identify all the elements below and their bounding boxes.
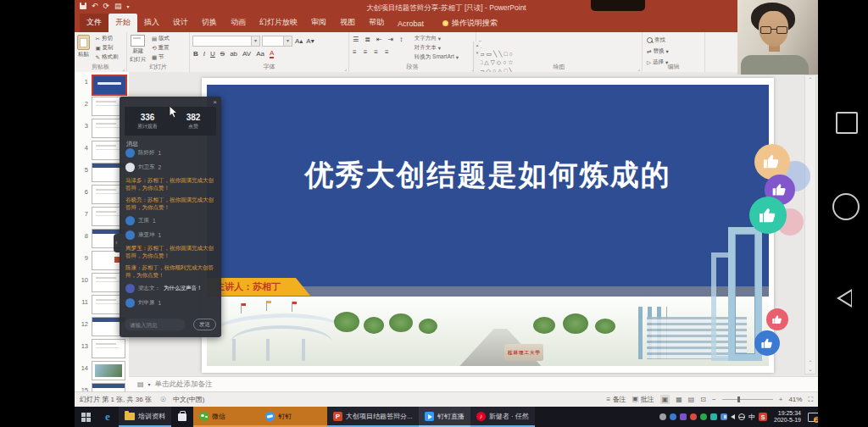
reading-view-button[interactable]: ▤ bbox=[688, 396, 695, 403]
bullets-button[interactable]: ☰ bbox=[353, 36, 359, 43]
recents-button[interactable] bbox=[836, 112, 858, 134]
underline-button[interactable]: U bbox=[210, 50, 215, 58]
edge-button[interactable]: e bbox=[97, 407, 119, 427]
shrink-font-icon[interactable]: A▾ bbox=[306, 37, 314, 45]
cut-button[interactable]: ✂剪切 bbox=[95, 35, 118, 42]
previous-slide-button[interactable]: ⌃ bbox=[808, 360, 812, 365]
tab-design[interactable]: 设计 bbox=[166, 14, 195, 32]
panel-collapse-tab[interactable]: ‹ bbox=[114, 234, 120, 252]
line-spacing-button[interactable]: ↕ bbox=[399, 36, 403, 43]
italic-button[interactable]: I bbox=[203, 50, 205, 58]
slide-page[interactable]: 优秀大创结题是如何炼成的 主讲人：苏相丁 bbox=[202, 78, 774, 373]
start-button[interactable] bbox=[75, 407, 97, 427]
save-icon[interactable] bbox=[80, 3, 86, 9]
align-right-button[interactable]: ≡ bbox=[374, 48, 378, 56]
font-dialog-launcher[interactable]: ⌟ bbox=[344, 65, 347, 71]
font-color-button[interactable]: A bbox=[270, 49, 274, 58]
clipboard-dialog-launcher[interactable]: ⌟ bbox=[122, 65, 125, 71]
thumbnail-row[interactable]: 15 bbox=[75, 380, 129, 391]
tab-help[interactable]: 帮助 bbox=[362, 14, 391, 32]
smartart-button[interactable]: 转换为 SmartArt▾ bbox=[415, 53, 459, 61]
tab-transitions[interactable]: 切换 bbox=[195, 14, 224, 32]
strikethrough-button[interactable]: S bbox=[220, 50, 225, 58]
sogou-input-icon[interactable]: S bbox=[759, 413, 767, 421]
format-painter-button[interactable]: ✎格式刷 bbox=[95, 53, 118, 61]
thumbnail-row[interactable]: 1 bbox=[75, 72, 129, 94]
change-case-button[interactable]: Aa bbox=[256, 50, 264, 58]
taskbar-item-wechat[interactable]: 微信 bbox=[193, 407, 259, 427]
slide-scrollbar[interactable]: ⌃ ⌃⌄ bbox=[804, 75, 816, 374]
tray-wechat-icon[interactable] bbox=[700, 413, 707, 420]
store-button[interactable] bbox=[171, 407, 193, 427]
notes-toggle-button[interactable]: ≡ 备注 bbox=[607, 395, 626, 404]
zoom-out-button[interactable]: − bbox=[712, 396, 716, 403]
new-slide-button[interactable]: 新建 幻灯片 bbox=[130, 35, 147, 64]
taskbar-item-dingtalk-live[interactable]: 钉钉直播 bbox=[419, 407, 470, 427]
align-center-button[interactable]: ≡ bbox=[364, 48, 368, 56]
taskbar-item-dingtalk[interactable]: 钉钉 bbox=[259, 407, 327, 427]
decrease-indent-button[interactable]: ⇤ bbox=[376, 36, 382, 43]
section-button[interactable]: ▦节 bbox=[152, 53, 170, 61]
notes-dropdown-icon[interactable]: ▾ bbox=[148, 381, 151, 387]
numbering-button[interactable]: ≣ bbox=[364, 36, 370, 43]
tab-slideshow[interactable]: 幻灯片放映 bbox=[253, 14, 304, 32]
tab-insert[interactable]: 插入 bbox=[137, 14, 166, 32]
ime-indicator[interactable]: 中 bbox=[748, 413, 755, 422]
language-indicator[interactable]: 中文(中国) bbox=[173, 395, 204, 404]
tab-acrobat[interactable]: Acrobat bbox=[391, 16, 431, 32]
thumbnail-slide-15[interactable] bbox=[92, 383, 125, 391]
thumbnail-row[interactable]: 14 bbox=[75, 358, 129, 380]
font-size-select[interactable]: ▾ bbox=[262, 36, 292, 47]
home-button[interactable] bbox=[832, 193, 860, 220]
thumbnail-slide-1[interactable] bbox=[92, 75, 127, 96]
font-family-select[interactable]: ▾ bbox=[192, 36, 260, 47]
notes-bar[interactable]: ▤ ▾ 单击此处添加备注 bbox=[129, 376, 818, 391]
align-left-button[interactable]: ≡ bbox=[353, 48, 357, 56]
align-text-button[interactable]: 对齐文本▾ bbox=[415, 44, 459, 52]
tray-app-icon-teal[interactable] bbox=[710, 413, 717, 420]
thumbnail-slide-14[interactable] bbox=[92, 361, 125, 380]
zoom-level[interactable]: 41% bbox=[788, 396, 802, 403]
text-shadow-button[interactable]: ab bbox=[230, 50, 237, 58]
increase-indent-button[interactable]: ⇥ bbox=[388, 36, 394, 43]
slideshow-icon[interactable]: ▤ bbox=[114, 2, 122, 10]
tab-review[interactable]: 审阅 bbox=[304, 14, 333, 32]
tab-animations[interactable]: 动画 bbox=[224, 14, 253, 32]
next-slide-button[interactable]: ⌄ bbox=[808, 367, 812, 372]
grow-font-icon[interactable]: A▴ bbox=[295, 37, 303, 45]
fit-slide-button[interactable]: ⛶ bbox=[808, 396, 813, 404]
tray-user-icon[interactable] bbox=[659, 413, 666, 420]
paste-button[interactable]: 粘贴 bbox=[77, 35, 90, 58]
find-button[interactable]: 查找 bbox=[647, 36, 669, 44]
taskbar-clock[interactable]: 19:25:34 2020-5-19 bbox=[771, 410, 804, 424]
back-button[interactable] bbox=[837, 289, 852, 308]
send-button[interactable]: 发送 bbox=[193, 319, 216, 330]
chat-input[interactable] bbox=[125, 319, 186, 330]
zoom-slider-thumb[interactable] bbox=[737, 396, 740, 402]
layout-button[interactable]: ▤版式 bbox=[152, 35, 170, 42]
tray-shield-icon[interactable] bbox=[680, 413, 687, 420]
justify-button[interactable]: ≡ bbox=[385, 48, 389, 56]
tray-netease-icon[interactable] bbox=[690, 413, 697, 420]
slideshow-view-button[interactable]: ⊡ bbox=[700, 396, 706, 403]
slide-sorter-view-button[interactable]: ▦ bbox=[676, 396, 682, 403]
taskbar-item-powerpoint[interactable]: P大创项目结题答辩分... bbox=[327, 407, 419, 427]
volume-icon[interactable] bbox=[731, 414, 735, 419]
network-icon[interactable] bbox=[738, 413, 745, 420]
text-direction-button[interactable]: 文字方向▾ bbox=[415, 35, 459, 42]
thumbnail-row[interactable]: 13 bbox=[75, 336, 129, 358]
taskbar-item-folder[interactable]: 培训资料 bbox=[119, 407, 171, 427]
undo-icon[interactable]: ↶ bbox=[92, 2, 98, 10]
tab-home[interactable]: 开始 bbox=[108, 14, 137, 32]
replace-button[interactable]: ⇄替换▾ bbox=[647, 47, 669, 55]
bold-button[interactable]: B bbox=[193, 50, 198, 58]
redo-icon[interactable]: ⟳ bbox=[103, 2, 110, 10]
qat-customize-icon[interactable]: ▾ bbox=[127, 3, 130, 9]
notes-placeholder[interactable]: 单击此处添加备注 bbox=[155, 380, 213, 390]
reset-button[interactable]: ⟲重置 bbox=[152, 44, 170, 52]
tab-view[interactable]: 视图 bbox=[333, 14, 362, 32]
normal-view-button[interactable]: ▣ bbox=[660, 395, 670, 404]
tab-file[interactable]: 文件 bbox=[80, 14, 108, 32]
tell-me-search[interactable]: 操作说明搜索 bbox=[442, 18, 498, 32]
close-icon[interactable]: × bbox=[213, 98, 217, 106]
